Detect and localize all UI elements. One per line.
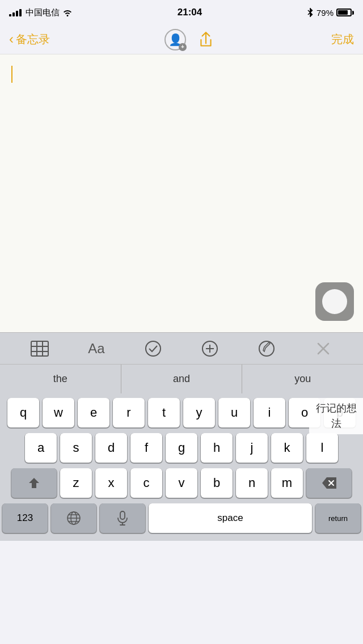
keyboard-row-3: z x c v b n m [0,468,363,498]
back-button[interactable]: ‹ 备忘录 [9,32,50,47]
key-e[interactable]: e [78,398,109,427]
share-button[interactable] [195,29,217,50]
predictive-bar: the and you [0,364,363,393]
key-q[interactable]: q [7,398,39,427]
key-c[interactable]: c [130,468,162,498]
key-u[interactable]: u [218,398,250,427]
add-circle-icon [201,340,218,357]
checklist-button[interactable] [140,337,167,360]
space-label: space [217,512,243,524]
done-button[interactable]: 完成 [331,32,354,47]
status-right: 79% [307,7,354,18]
keyboard-row-1: q w e r t y u i o p [0,398,363,427]
battery-percent: 79% [316,8,334,18]
key-y[interactable]: y [183,398,215,427]
key-a[interactable]: a [25,433,57,463]
numbers-key[interactable]: 123 [2,503,48,533]
close-keyboard-button[interactable] [310,337,337,360]
key-z[interactable]: z [60,468,92,498]
plus-badge-icon: + [179,43,187,51]
keyboard-toolbar: Aa [0,332,363,364]
nav-bar: ‹ 备忘录 👤 + 完成 [0,25,363,54]
shift-icon [27,476,41,490]
keyboard-row-2: a s d f g h j k l [0,433,363,463]
key-h[interactable]: h [201,433,233,463]
status-left: 中国电信 [9,7,73,18]
return-key[interactable]: return [315,503,361,533]
back-arrow-icon: ‹ [9,32,14,46]
predictive-item-3[interactable]: you [242,365,363,393]
key-v[interactable]: v [166,468,197,498]
font-icon: Aa [88,341,104,357]
carrier-label: 中国电信 [26,7,60,18]
popup-text: 行记的想法 [316,402,357,429]
key-w[interactable]: w [43,398,74,427]
key-g[interactable]: g [166,433,197,463]
check-circle-icon [145,340,162,357]
svg-point-9 [259,341,274,356]
svg-rect-17 [120,511,125,519]
add-attachment-button[interactable] [196,337,223,360]
key-f[interactable]: f [130,433,162,463]
pen-circle-icon [258,340,275,357]
svg-point-5 [146,341,161,356]
delete-key[interactable] [306,468,352,498]
return-label: return [328,514,348,523]
assistive-touch-button[interactable] [315,282,354,321]
popup-note: 行记的想法 [309,398,363,434]
status-bar: 中国电信 21:04 79% [0,0,363,25]
key-m[interactable]: m [271,468,303,498]
keyboard: q w e r t y u i o p a s d f g h j k l z … [0,393,363,541]
signal-icon [9,9,22,16]
key-b[interactable]: b [201,468,233,498]
numbers-label: 123 [17,512,33,524]
key-i[interactable]: i [254,398,285,427]
bluetooth-icon [307,7,314,18]
keyboard-row-4: 123 space return [0,503,363,533]
predictive-item-1[interactable]: the [0,365,121,393]
share-icon [199,31,213,48]
microphone-icon [116,511,129,526]
space-key[interactable]: space [149,503,312,533]
key-s[interactable]: s [60,433,92,463]
key-k[interactable]: k [271,433,303,463]
delete-icon [321,477,337,489]
key-x[interactable]: x [95,468,127,498]
text-cursor [11,66,12,83]
markup-button[interactable] [253,337,280,360]
table-button[interactable] [26,337,53,360]
table-icon [31,341,49,357]
globe-icon [66,511,81,526]
wifi-icon [62,9,73,16]
key-r[interactable]: r [113,398,145,427]
key-d[interactable]: d [95,433,127,463]
shift-key[interactable] [11,468,57,498]
microphone-key[interactable] [100,503,145,533]
note-content[interactable] [0,54,363,332]
svg-rect-0 [31,341,48,356]
font-format-button[interactable]: Aa [83,337,110,360]
key-j[interactable]: j [236,433,268,463]
key-n[interactable]: n [236,468,268,498]
assistive-touch-inner [322,289,347,314]
battery-icon [336,9,354,16]
predictive-item-2[interactable]: and [121,365,243,393]
globe-key[interactable] [51,503,96,533]
add-collaborator-button[interactable]: 👤 + [164,29,186,50]
key-l[interactable]: l [306,433,338,463]
key-t[interactable]: t [148,398,180,427]
time-display: 21:04 [178,7,202,18]
back-label: 备忘录 [16,32,50,47]
close-icon [316,341,331,356]
nav-center: 👤 + [164,29,217,50]
